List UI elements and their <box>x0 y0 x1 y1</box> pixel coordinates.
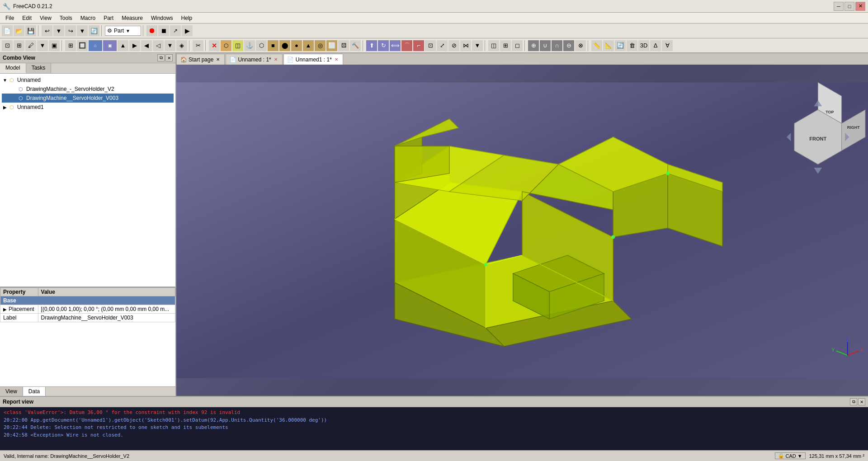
part-revolve[interactable]: ↻ <box>378 40 389 51</box>
part-split-dropdown[interactable]: ▼ <box>472 40 483 51</box>
menu-view[interactable]: View <box>36 14 55 22</box>
menu-part[interactable]: Part <box>100 14 117 22</box>
open-button[interactable]: 📂 <box>14 25 24 36</box>
part-measure-clear[interactable]: 🗑 <box>627 40 637 51</box>
tab-start-close[interactable]: ✕ <box>215 57 221 62</box>
part-tube[interactable]: ⬜ <box>326 40 337 51</box>
part-fillet[interactable]: ⌒ <box>401 40 412 51</box>
undo-dropdown[interactable]: ▼ <box>53 25 64 36</box>
prop-placement-toggle[interactable]: ▶ <box>3 307 7 312</box>
iso-view-button[interactable]: ◈ <box>176 40 187 51</box>
bottom-view-button[interactable]: ▼ <box>165 40 175 51</box>
part-measure-toggle-3d[interactable]: 3D <box>638 40 649 51</box>
tree-item-unnamed[interactable]: ▼ ⬡ Unnamed <box>2 75 174 85</box>
part-measure-angular[interactable]: 📐 <box>603 40 614 51</box>
fit-all-button[interactable]: ⊡ <box>2 40 13 51</box>
part-create-body[interactable]: ⬡ <box>221 40 231 51</box>
part-measure-refresh[interactable]: 🔄 <box>615 40 626 51</box>
part-compound-tools[interactable]: ◻ <box>512 40 523 51</box>
tree-item-unnamed1[interactable]: ▶ ⬡ Unnamed1 <box>2 103 174 112</box>
part-shapebuilder[interactable]: 🔨 <box>350 40 361 51</box>
part-split[interactable]: ⋈ <box>460 40 471 51</box>
part-clone[interactable]: ⬡ <box>256 40 267 51</box>
rear-view-button[interactable]: ◀ <box>141 40 152 51</box>
front-view-button[interactable]: ▣ <box>103 40 117 51</box>
standard-views-button[interactable]: 🔲 <box>77 40 88 51</box>
menu-windows[interactable]: Windows <box>147 14 177 22</box>
part-explode[interactable]: ⊞ <box>500 40 511 51</box>
part-compound[interactable]: ◫ <box>488 40 499 51</box>
part-close-btn[interactable]: ✕ <box>209 40 220 51</box>
undo-button[interactable]: ↩ <box>42 25 52 36</box>
report-close-button[interactable]: ✕ <box>858 398 865 405</box>
part-extrude[interactable]: ⬆ <box>366 40 377 51</box>
menu-file[interactable]: File <box>2 14 18 22</box>
save-button[interactable]: 💾 <box>25 25 36 36</box>
left-view-button[interactable]: ◁ <box>153 40 164 51</box>
part-mirror[interactable]: ⟺ <box>390 40 401 51</box>
part-cylinder[interactable]: ⬤ <box>279 40 290 51</box>
viewport[interactable]: FRONT TOP RIGHT <box>176 65 868 396</box>
prop-row-placement[interactable]: ▶Placement [(0,00 0,00 1,00); 0,00 °; (0… <box>0 305 175 314</box>
menu-measure[interactable]: Measure <box>118 14 146 22</box>
prop-tab-view[interactable]: View <box>0 387 23 396</box>
menu-help[interactable]: Help <box>178 14 196 22</box>
close-button[interactable]: ✕ <box>855 2 865 11</box>
bbox-button[interactable]: ▣ <box>49 40 60 51</box>
fit-selection-button[interactable]: ⊞ <box>14 40 24 51</box>
clipping-button[interactable]: ✂ <box>193 40 203 51</box>
tab-unnamed-close[interactable]: ✕ <box>273 57 278 62</box>
step-button[interactable]: ↗ <box>170 25 181 36</box>
redo-dropdown[interactable]: ▼ <box>77 25 88 36</box>
part-attach[interactable]: ⚓ <box>244 40 255 51</box>
part-torus[interactable]: ◎ <box>315 40 326 51</box>
tree-item-drawing1[interactable]: ⬡ DrawingMachine_-_ServoHolder_V2 <box>2 85 174 94</box>
part-cut[interactable]: ⊖ <box>563 40 574 51</box>
tab-unnamed1-close[interactable]: ✕ <box>334 57 339 62</box>
right-view-button[interactable]: ▶ <box>129 40 140 51</box>
prop-row-label[interactable]: Label DrawingMachine__ServoHolder_V003 <box>0 314 175 322</box>
part-box[interactable]: ■ <box>268 40 278 51</box>
tree-toggle-unnamed1[interactable]: ▶ <box>2 105 8 110</box>
report-float-button[interactable]: ⧉ <box>850 398 857 405</box>
part-measure-toggle-delta[interactable]: Δ <box>650 40 661 51</box>
workbench-selector[interactable]: ⚙ Part ▼ <box>105 26 141 36</box>
part-union[interactable]: ∪ <box>540 40 551 51</box>
part-sphere[interactable]: ● <box>291 40 302 51</box>
part-new-sketch[interactable]: ◫ <box>232 40 243 51</box>
home-view-button[interactable]: ⌂ <box>89 40 102 51</box>
part-primitives[interactable]: ⚄ <box>338 40 349 51</box>
combo-view-close[interactable]: ✕ <box>165 54 173 61</box>
draw-style-dropdown[interactable]: ▼ <box>37 40 48 51</box>
part-slice[interactable]: ⊘ <box>448 40 459 51</box>
part-cone[interactable]: ▲ <box>303 40 314 51</box>
refresh-button[interactable]: 🔄 <box>89 25 99 36</box>
part-common[interactable]: ∩ <box>552 40 562 51</box>
part-measure-toggle-all[interactable]: ∀ <box>662 40 673 51</box>
menu-tools[interactable]: Tools <box>56 14 76 22</box>
tab-start-page[interactable]: 🏠 Start page ✕ <box>176 54 225 65</box>
tree-toggle-unnamed[interactable]: ▼ <box>2 78 8 83</box>
ortho-button[interactable]: ⊞ <box>65 40 76 51</box>
stop-button[interactable]: ⏹ <box>158 25 169 36</box>
prop-tab-data[interactable]: Data <box>23 387 46 396</box>
top-view-button[interactable]: ▲ <box>118 40 128 51</box>
redo-button[interactable]: ↪ <box>65 25 76 36</box>
menu-macro[interactable]: Macro <box>77 14 99 22</box>
viewport-canvas[interactable]: FRONT TOP RIGHT <box>176 65 868 396</box>
part-boolean[interactable]: ⊕ <box>528 40 539 51</box>
tab-unnamed[interactable]: 📄 Unnamed : 1* ✕ <box>226 54 282 65</box>
part-offset[interactable]: ⊡ <box>425 40 436 51</box>
part-scale[interactable]: ⤢ <box>437 40 448 51</box>
tab-model[interactable]: Model <box>0 63 26 73</box>
stop-macro-button[interactable]: ⏺ <box>146 25 157 36</box>
maximize-button[interactable]: □ <box>844 2 854 11</box>
tab-tasks[interactable]: Tasks <box>26 63 52 73</box>
part-chamfer[interactable]: ⌐ <box>413 40 424 51</box>
part-measure-linear[interactable]: 📏 <box>591 40 602 51</box>
menu-edit[interactable]: Edit <box>19 14 35 22</box>
tab-unnamed1[interactable]: 📄 Unnamed1 : 1* ✕ <box>283 54 343 65</box>
draw-style-button[interactable]: 🖊 <box>25 40 36 51</box>
cad-badge[interactable]: 🔒 CAD ▼ <box>775 452 806 459</box>
play-button[interactable]: ▶ <box>182 25 193 36</box>
